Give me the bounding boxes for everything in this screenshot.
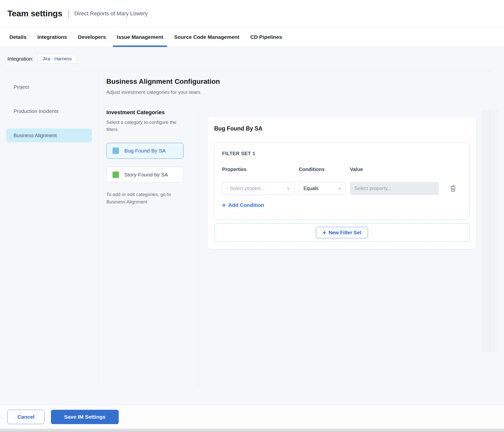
tab-bar: Details Integrations Developers Issue Ma… — [0, 27, 504, 47]
properties-column-label: Properties — [222, 167, 247, 172]
sidebar-item-production-incidents[interactable]: Production Incidents — [6, 104, 92, 118]
page-header: Team settings Direct Reports of Mary Low… — [0, 0, 504, 27]
save-im-settings-button[interactable]: Save IM Settings — [51, 410, 119, 424]
title-divider — [68, 9, 69, 18]
plus-icon: + — [322, 230, 326, 235]
filter-card-title: Bug Found By SA — [214, 125, 262, 132]
chevron-down-icon — [287, 187, 290, 190]
investment-categories-title: Investment Categories — [106, 109, 183, 116]
tab-cd-pipelines[interactable]: CD Pipelines — [245, 27, 287, 47]
settings-sidebar: Project Production Incidents Business Al… — [0, 71, 99, 387]
trash-icon — [450, 185, 456, 192]
category-item-bug-found-by-sa[interactable]: Bug Found By SA — [106, 143, 183, 159]
chevron-down-icon — [338, 187, 341, 190]
investment-categories-helper: Select a category to configure the filte… — [106, 119, 183, 133]
section-title: Business Alignment Configuration — [106, 78, 220, 86]
investment-categories-panel: Investment Categories Select a category … — [106, 109, 183, 206]
new-filter-set-dropzone: + New Filter Set — [214, 223, 470, 242]
cancel-button[interactable]: Cancel — [7, 410, 45, 424]
team-settings-page: Team settings Direct Reports of Mary Low… — [0, 0, 504, 432]
sidebar-item-business-alignment[interactable]: Business Alignment — [6, 129, 92, 142]
condition-select-value: Equals — [303, 186, 319, 191]
category-color-swatch — [113, 172, 119, 178]
window-bottom-edge — [0, 429, 504, 432]
page-title: Team settings — [7, 9, 62, 18]
category-item-story-found-by-sa[interactable]: Story Found by SA — [106, 167, 183, 183]
plus-icon: + — [222, 203, 226, 208]
integration-label: Integration: — [7, 56, 33, 62]
new-filter-set-button[interactable]: + New Filter Set — [316, 227, 368, 238]
tab-source-code-management[interactable]: Source Code Management — [169, 27, 245, 47]
category-label: Bug Found By SA — [124, 148, 166, 154]
filter-set-1: FILTER SET 1 Properties Conditions Value… — [214, 143, 470, 219]
section-header: Business Alignment Configuration Adjust … — [106, 78, 220, 95]
section-subtitle: Adjust investment categories for your te… — [106, 89, 220, 95]
category-color-swatch — [113, 148, 119, 154]
page-subtitle: Direct Reports of Mary Lowery — [74, 10, 148, 17]
footer-action-bar: Cancel Save IM Settings — [0, 405, 504, 429]
category-label: Story Found by SA — [124, 172, 168, 178]
page-scrollbar-track[interactable] — [490, 110, 497, 352]
categories-scrollbar-track — [196, 110, 196, 387]
add-condition-label: Add Condition — [228, 202, 264, 208]
tab-details[interactable]: Details — [4, 27, 32, 47]
categories-note: To add or edit categories, go to Busines… — [106, 191, 183, 206]
panel-scrollbar-track[interactable] — [483, 110, 490, 352]
property-select-placeholder: - Select propert... — [227, 186, 265, 191]
add-condition-button[interactable]: + Add Condition — [222, 202, 264, 208]
integration-row: Integration: Jira - Harness — [7, 53, 77, 64]
condition-select[interactable]: Equals — [299, 182, 345, 195]
category-list: Bug Found By SA Story Found by SA — [106, 143, 183, 183]
conditions-column-label: Conditions — [299, 167, 324, 172]
integration-chip[interactable]: Jira - Harness — [37, 54, 77, 64]
tab-developers[interactable]: Developers — [72, 27, 111, 47]
tab-integrations[interactable]: Integrations — [32, 27, 72, 47]
value-column-label: Value — [350, 167, 363, 172]
sidebar-item-project[interactable]: Project — [6, 80, 92, 94]
content-area: Integration: Jira - Harness Project Prod… — [0, 47, 504, 405]
tab-issue-management[interactable]: Issue Management — [111, 27, 169, 47]
property-select[interactable]: - Select propert... — [222, 182, 295, 195]
new-filter-set-label: New Filter Set — [329, 230, 361, 236]
delete-condition-button[interactable] — [449, 184, 457, 193]
filter-config-card: Bug Found By SA FILTER SET 1 Properties … — [208, 117, 476, 249]
value-input[interactable] — [350, 182, 439, 195]
filter-set-title: FILTER SET 1 — [222, 151, 255, 156]
categories-panel-divider — [199, 110, 200, 387]
